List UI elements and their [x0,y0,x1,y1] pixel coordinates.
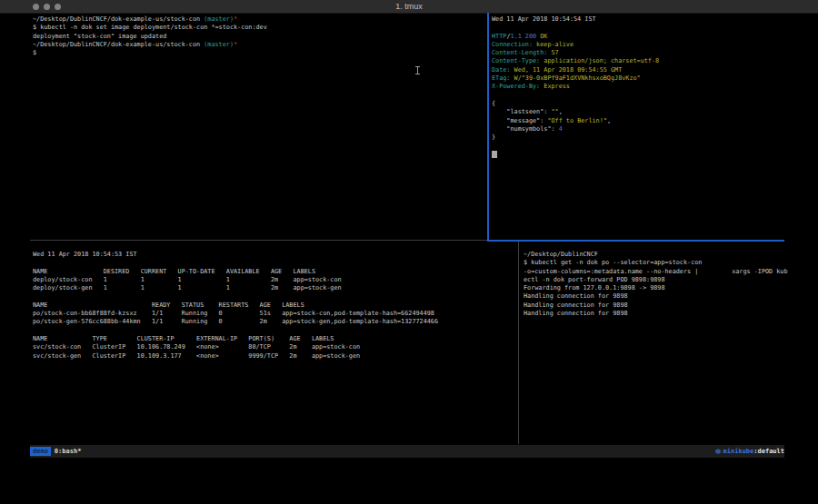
terminal-line: Content-Type: application/json; charset=… [492,57,801,65]
terminal-line: ectl -n dok port-forward POD 9898:9898 [524,276,796,284]
tmux-status-bar: demo 0:bash* ☸ minikube :default [30,445,784,458]
terminal-line [492,24,801,32]
pane-divider-horizontal-left[interactable] [30,240,487,241]
terminal-line: ~/Desktop/DublinCNCF [524,251,796,259]
terminal-line [33,292,514,301]
terminal-line: HTTP/1.1 200 OK [492,33,801,41]
pane-divider-horizontal-right-active[interactable] [487,240,784,242]
pane-divider-vertical-top[interactable] [487,13,489,242]
terminal-line: ~/Desktop/DublinCNCF/dok-example-us/stoc… [33,41,485,49]
minimize-button[interactable] [44,4,50,10]
mouse-cursor-ibeam-icon [414,65,421,75]
terminal-line: { [492,100,801,108]
terminal-line: X-Powered-By: Express [492,83,801,91]
terminal-line: Handling connection for 9898 [524,292,796,301]
terminal-line: "lastseen": "", [492,108,801,116]
terminal-line: $ kubectl get -n dok po --selector=app=s… [524,259,796,267]
terminal-line: Connection: keep-alive [492,41,801,49]
pane-bottom-left[interactable]: Wed 11 Apr 2018 10:54:53 ISTNAME DESIRED… [33,251,514,443]
terminal-line: deploy/stock-con 1 1 1 1 2m app=stock-co… [33,276,514,284]
terminal-line: po/stock-gen-576cc688bb-44kmn 1/1 Runnin… [33,318,514,326]
terminal-line: "numsymbols": 4 [492,125,801,133]
terminal-line [33,327,514,335]
terminal-line [492,142,801,150]
kubernetes-icon: ☸ [714,448,721,456]
terminal-line: $ kubectl -n dok set image deployment/st… [33,24,485,32]
kube-namespace: :default [753,448,784,455]
window-tab[interactable]: 0:bash* [55,448,82,455]
terminal-line: Handling connection for 9898 [524,310,796,318]
terminal-line: Wed 11 Apr 2018 10:54:54 IST [492,15,801,24]
terminal-line: Forwarding from 127.0.0.1:9898 -> 9898 [524,284,796,292]
terminal-line: Wed 11 Apr 2018 10:54:53 IST [33,251,514,259]
terminal-window: 1. tmux ~/Desktop/DublinCNCF/dok-example… [0,0,818,504]
terminal-line: deploy/stock-gen 1 1 1 1 2m app=stock-ge… [33,284,514,292]
terminal-line: } [492,133,801,142]
terminal-line: NAME TYPE CLUSTER-IP EXTERNAL-IP PORT(S)… [33,335,514,343]
terminal-line: po/stock-con-bb68f88fd-kzsxz 1/1 Running… [33,310,514,318]
terminal-line: ETag: W/"39-0xBPf9aF1dXVNkhsxoBQgJ8vKzo" [492,74,801,83]
window-titlebar[interactable]: 1. tmux [0,0,818,14]
window-title: 1. tmux [0,0,818,13]
kube-context: minikube [723,448,754,455]
terminal-line: deployment "stock-con" image updated [33,33,485,41]
terminal-line [492,92,801,100]
session-name-badge[interactable]: demo [30,447,51,456]
pane-top-left[interactable]: ~/Desktop/DublinCNCF/dok-example-us/stoc… [33,15,485,241]
zoom-button[interactable] [55,4,61,10]
close-button[interactable] [33,4,39,10]
status-right: ☸ minikube :default [714,448,784,456]
terminal-line: ~/Desktop/DublinCNCF/dok-example-us/stoc… [33,15,485,24]
terminal-line [492,151,801,159]
terminal-line: Handling connection for 9898 [524,301,796,310]
terminal-line: Content-Length: 57 [492,49,801,57]
terminal-line: -o=custom-columns=:metadata.name --no-he… [524,268,796,276]
pane-divider-vertical-bottom[interactable] [518,242,519,444]
terminal-line: NAME DESIRED CURRENT UP-TO-DATE AVAILABL… [33,268,514,276]
terminal-line: $ [33,49,485,57]
pane-top-right[interactable]: Wed 11 Apr 2018 10:54:54 ISTHTTP/1.1 200… [492,15,801,241]
terminal-line: svc/stock-gen ClusterIP 10.109.3.177 <no… [33,352,514,361]
pane-bottom-right[interactable]: ~/Desktop/DublinCNCF$ kubectl get -n dok… [524,251,796,443]
terminal-line: svc/stock-con ClusterIP 10.106.78.249 <n… [33,343,514,351]
traffic-lights [33,4,61,10]
terminal-line: NAME READY STATUS RESTARTS AGE LABELS [33,301,514,310]
terminal-line: Date: Wed, 11 Apr 2018 09:54:55 GMT [492,66,801,74]
terminal-line [33,259,514,267]
terminal-line: "message": "Off to Berlin!", [492,117,801,125]
